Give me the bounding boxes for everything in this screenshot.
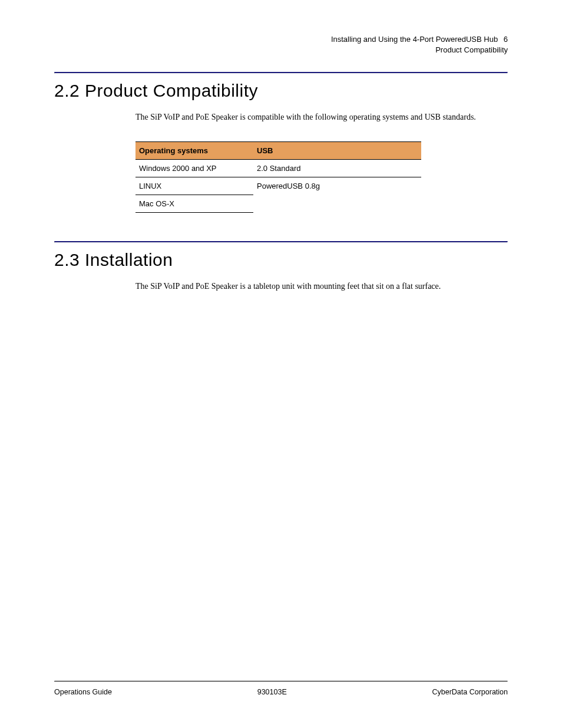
table-row: Windows 2000 and XP 2.0 Standard: [135, 159, 421, 177]
header-chapter-title: Installing and Using the 4-Port PoweredU…: [331, 35, 498, 44]
section-divider: [54, 72, 508, 74]
section-heading-installation: 2.3 Installation: [54, 250, 508, 270]
footer-left: Operations Guide: [54, 688, 112, 696]
installation-intro-text: The SiP VoIP and PoE Speaker is a tablet…: [135, 281, 508, 292]
compatibility-table: Operating systems USB Windows 2000 and X…: [135, 141, 421, 213]
table-header-os: Operating systems: [135, 141, 253, 159]
table-header-usb: USB: [253, 141, 421, 159]
table-cell: [253, 195, 421, 212]
table-cell: 2.0 Standard: [253, 159, 421, 177]
table-row: Mac OS-X: [135, 195, 421, 212]
table-cell: Windows 2000 and XP: [135, 159, 253, 177]
table-cell: Mac OS-X: [135, 195, 253, 212]
table-row: LINUX PoweredUSB 0.8g: [135, 177, 421, 195]
header-page-number: 6: [504, 35, 508, 44]
compatibility-intro-text: The SiP VoIP and PoE Speaker is compatib…: [135, 111, 508, 123]
footer-divider: [54, 681, 508, 682]
section-heading-compatibility: 2.2 Product Compatibility: [54, 81, 508, 101]
table-cell: LINUX: [135, 177, 253, 195]
footer-center: 930103E: [257, 688, 287, 696]
page-footer: Operations Guide 930103E CyberData Corpo…: [54, 688, 508, 696]
section-divider: [54, 241, 508, 243]
table-cell: PoweredUSB 0.8g: [253, 177, 421, 195]
header-section-title: Product Compatibility: [54, 45, 508, 55]
page-header: Installing and Using the 4-Port PoweredU…: [54, 34, 508, 55]
footer-right: CyberData Corporation: [432, 688, 508, 696]
